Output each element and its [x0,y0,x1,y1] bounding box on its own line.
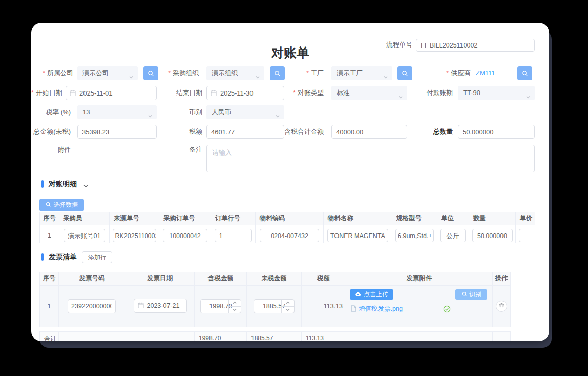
total-qty-label: 总数量 [411,125,453,139]
collapse-chevron-icon[interactable] [83,182,89,191]
attachment-label: 附件 [31,143,71,157]
add-row-button[interactable]: 添加行 [82,251,112,263]
spec-input[interactable]: 6.9um,Std.± [395,229,434,242]
invoice-tax-value: 113.13 [302,286,346,327]
po-line-input[interactable]: 1 [215,229,252,242]
attachment-file-link[interactable]: 增值税发票.png [351,305,403,313]
invoice-table: 序号 发票号码 发票日期 含税金额 未税金额 税额 发票附件 操作 1 [39,272,511,341]
total-taxed-label: 含税合计金额 [274,125,324,139]
amount-untaxed-stepper[interactable] [254,299,295,313]
chevron-down-icon [398,90,403,105]
invoice-no-input[interactable] [68,299,116,313]
invoice-header-row: 序号 发票号码 发票日期 含税金额 未税金额 税额 发票附件 操作 [40,272,511,286]
calendar-icon [70,89,76,99]
company-label: 所属公司 [31,66,73,80]
detail-seq: 1 [40,225,59,244]
calendar-icon [211,89,217,99]
search-icon [46,202,51,209]
tax-rate-select[interactable]: 13 [77,105,157,119]
purchase-org-select[interactable]: 演示组织 [206,66,264,80]
tax-rate-label: 税率 (%) [31,105,71,119]
tax-amount-label: 税额 [160,125,202,139]
company-select[interactable]: 演示公司 [77,66,138,80]
upload-button[interactable]: 点击上传 [350,289,393,300]
select-data-button[interactable]: 选择数据 [39,199,84,211]
invoice-attachment-cell: 点击上传 识别 增值税发票.png [346,286,493,327]
summary-amount-taxed: 1998.70 [195,332,247,342]
tax-amount-input[interactable] [206,125,284,139]
total-untaxed-input[interactable] [77,125,157,139]
detail-section-title: 对账明细 [49,179,77,189]
detail-table: 序号 采购员 来源单号 采购订单号 订单行号 物料编码 物料名称 规格型号 单位… [39,212,535,243]
factory-select[interactable]: 演示工厂 [331,66,392,80]
end-date-label: 结束日期 [160,86,202,100]
material-name-input[interactable]: TONER MAGENTA [327,229,388,242]
detail-header-row: 序号 采购员 来源单号 采购订单号 订单行号 物料编码 物料名称 规格型号 单位… [40,212,535,225]
factory-label: 工厂 [282,66,324,80]
total-qty-input[interactable] [458,125,535,139]
invoice-seq: 1 [40,286,59,327]
section-bar [41,253,44,261]
recognize-button[interactable]: 识别 [455,289,487,300]
file-icon [351,305,356,313]
summary-tax: 113.13 [302,332,346,342]
factory-search-button[interactable] [397,66,412,80]
recon-type-select[interactable]: 标准 [331,86,407,100]
trash-icon [499,303,505,310]
divider [41,195,535,195]
invoice-table-wrapper: 序号 发票号码 发票日期 含税金额 未税金额 税额 发票附件 操作 1 [39,272,511,341]
start-date-label: 开始日期 [31,86,62,100]
supplier-search-button[interactable] [517,66,532,80]
cloud-upload-icon [355,291,361,298]
remark-label: 备注 [160,143,202,157]
table-gap [40,327,511,332]
total-untaxed-label: 总金额(未税) [31,125,71,139]
supplier-label: 供应商 [429,66,471,80]
company-search-button[interactable] [143,66,158,80]
detail-data-row: 1 演示账号01 RK2025110002 100000042 1 0204-0… [40,225,535,244]
step-up-icon[interactable] [282,300,294,306]
payment-term-select[interactable]: TT-90 [458,86,535,100]
payment-term-label: 付款账期 [411,86,453,100]
chevron-down-icon [255,71,260,85]
statement-card: 对账单 流程单号 所属公司 演示公司 采购组织 演示组织 工厂 演示工厂 供应商… [31,23,549,341]
buyer-input[interactable]: 演示账号01 [64,229,105,242]
invoice-date-input[interactable] [134,299,187,313]
invoice-section-title: 发票清单 [49,252,77,261]
detail-table-wrapper: 序号 采购员 来源单号 采购订单号 订单行号 物料编码 物料名称 规格型号 单位… [39,212,535,243]
material-code-input[interactable]: 0204-007432 [260,229,319,242]
chevron-down-icon [526,90,531,105]
currency-select[interactable]: 人民币 [206,105,284,119]
total-taxed-input[interactable] [331,125,407,139]
qty-input[interactable]: 50.000000 [472,229,513,242]
flow-no-label: 流程单号 [370,38,412,52]
section-bar [41,180,44,188]
summary-amount-untaxed: 1885.57 [247,332,302,342]
chevron-down-icon [275,110,280,124]
amount-taxed-stepper[interactable] [200,299,241,313]
step-down-icon[interactable] [282,306,294,313]
step-down-icon[interactable] [229,306,241,313]
chevron-down-icon [148,110,153,124]
invoice-data-row: 1 [40,286,511,327]
upload-success-icon [443,305,451,314]
po-no-input[interactable]: 100000042 [163,229,207,242]
remark-textarea[interactable] [206,145,535,172]
search-icon [461,291,467,298]
flow-no-input[interactable] [416,39,535,52]
summary-label: 合计 [40,332,59,342]
purchase-org-label: 采购组织 [157,66,199,80]
price-input[interactable] [519,229,535,242]
chevron-down-icon [383,71,388,85]
chevron-down-icon [129,71,134,85]
invoice-summary-row: 合计 1998.70 1885.57 113.13 [40,332,511,342]
divider [41,268,535,268]
delete-row-button[interactable] [496,301,507,312]
unit-input[interactable]: 公斤 [440,229,466,242]
step-up-icon[interactable] [229,300,241,306]
source-no-input[interactable]: RK2025110002 [113,229,156,242]
recon-type-label: 对账类型 [282,86,324,100]
supplier-value[interactable]: ZM111 [476,66,495,80]
calendar-icon [138,302,144,310]
currency-label: 币别 [160,105,202,119]
